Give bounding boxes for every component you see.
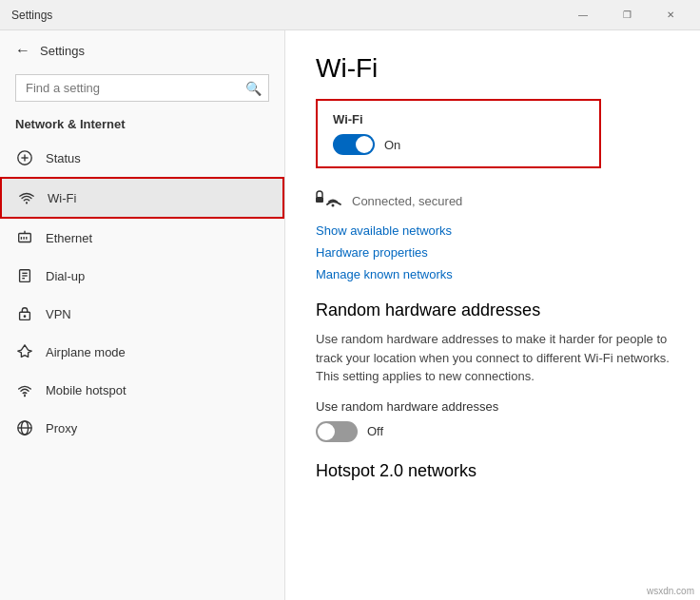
svg-point-3 — [26, 202, 28, 203]
hardware-properties-link[interactable]: Hardware properties — [316, 245, 670, 260]
titlebar-controls: — ❐ ✕ — [561, 0, 692, 30]
connected-row: Connected, secured — [316, 187, 670, 214]
search-input[interactable] — [15, 74, 269, 102]
watermark: wsxdn.com — [647, 586, 694, 596]
sidebar-item-dialup[interactable]: Dial-up — [0, 257, 284, 295]
sidebar-label-airplane: Airplane mode — [46, 345, 126, 359]
sidebar-label-hotspot: Mobile hotspot — [46, 383, 126, 397]
hotspot-icon — [15, 380, 34, 399]
svg-rect-19 — [316, 197, 323, 203]
svg-point-14 — [24, 315, 27, 318]
back-label: Settings — [40, 44, 85, 58]
wifi-toggle[interactable] — [333, 134, 375, 155]
ethernet-icon — [15, 228, 34, 247]
show-networks-link[interactable]: Show available networks — [316, 223, 670, 238]
sidebar: ← Settings 🔍 Network & Internet Status — [0, 30, 285, 600]
wifi-toggle-label: On — [384, 138, 400, 152]
svg-rect-4 — [19, 234, 31, 242]
random-hw-desc: Use random hardware addresses to make it… — [316, 330, 670, 386]
back-arrow-icon: ← — [15, 42, 30, 59]
dialup-icon — [15, 266, 34, 285]
random-hw-title: Random hardware addresses — [316, 300, 670, 320]
maximize-button[interactable]: ❐ — [605, 0, 649, 30]
sidebar-label-vpn: VPN — [46, 307, 71, 321]
wifi-icon — [17, 188, 36, 207]
sidebar-label-dialup: Dial-up — [46, 269, 85, 283]
proxy-icon — [15, 418, 34, 437]
sidebar-item-ethernet[interactable]: Ethernet — [0, 219, 284, 257]
section-title: Network & Internet — [0, 113, 284, 139]
airplane-icon — [15, 342, 34, 361]
manage-networks-link[interactable]: Manage known networks — [316, 267, 670, 281]
wifi-toggle-row: On — [333, 134, 584, 155]
random-hw-toggle[interactable] — [316, 421, 358, 442]
sidebar-label-status: Status — [46, 151, 81, 165]
status-icon — [15, 148, 34, 167]
search-icon: 🔍 — [245, 81, 262, 96]
sidebar-item-airplane[interactable]: Airplane mode — [0, 333, 284, 371]
vpn-icon — [15, 304, 34, 323]
random-hw-toggle-label: Off — [367, 424, 383, 438]
titlebar-title: Settings — [11, 9, 52, 22]
sidebar-item-vpn[interactable]: VPN — [0, 295, 284, 333]
main-layout: ← Settings 🔍 Network & Internet Status — [0, 30, 700, 600]
page-title: Wi-Fi — [316, 53, 670, 84]
hotspot-title: Hotspot 2.0 networks — [316, 461, 670, 481]
sidebar-label-wifi: Wi-Fi — [48, 191, 76, 205]
sidebar-item-proxy[interactable]: Proxy — [0, 409, 284, 447]
sidebar-label-proxy: Proxy — [46, 421, 77, 435]
back-button[interactable]: ← Settings — [0, 30, 284, 70]
svg-point-20 — [332, 204, 335, 207]
sidebar-item-status[interactable]: Status — [0, 139, 284, 177]
sidebar-item-wifi[interactable]: Wi-Fi — [0, 177, 284, 219]
wifi-toggle-box: Wi-Fi On — [316, 99, 601, 168]
wifi-box-title: Wi-Fi — [333, 112, 584, 126]
sidebar-item-hotspot[interactable]: Mobile hotspot — [0, 371, 284, 409]
wifi-signal-icon — [316, 187, 342, 214]
sidebar-label-ethernet: Ethernet — [46, 231, 92, 245]
titlebar: Settings — ❐ ✕ — [0, 0, 700, 30]
search-container: 🔍 — [15, 74, 269, 102]
random-hw-setting-label: Use random hardware addresses — [316, 399, 670, 414]
close-button[interactable]: ✕ — [649, 0, 692, 30]
random-hw-toggle-row: Off — [316, 421, 670, 442]
minimize-button[interactable]: — — [561, 0, 605, 30]
connected-text: Connected, secured — [352, 194, 462, 208]
content-area: Wi-Fi Wi-Fi On Connec — [285, 30, 700, 600]
